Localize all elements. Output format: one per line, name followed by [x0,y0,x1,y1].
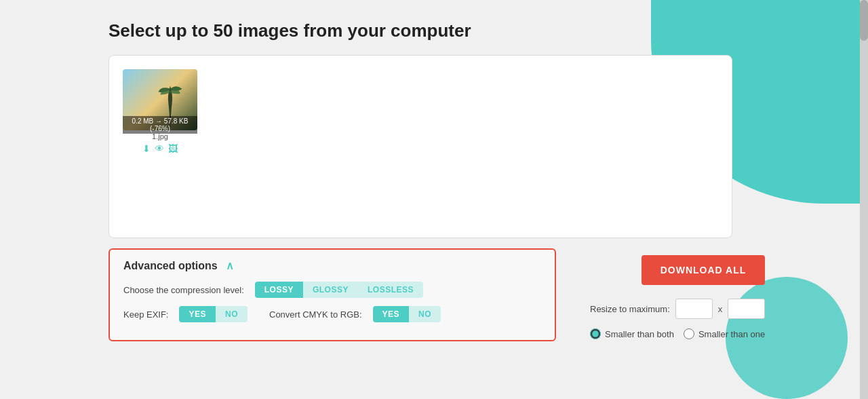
exif-cmyk-row: Keep EXIF: YES NO Convert CMYK to RGB: Y… [123,306,541,322]
chevron-up-icon[interactable]: ∧ [226,259,234,272]
exif-yes-btn[interactable]: YES [179,306,216,322]
resize-row: Resize to maximum: x [590,299,765,319]
exif-btn-group: YES NO [179,306,248,322]
compression-glossy-btn[interactable]: GLOSSY [303,282,358,298]
cmyk-no-btn[interactable]: NO [409,306,441,322]
smaller-both-group: Smaller than both [590,328,674,339]
resize-width-input[interactable] [675,299,713,319]
advanced-options-panel: Advanced options ∧ Choose the compressio… [108,248,556,341]
image-icon[interactable]: 🖼 [168,143,178,154]
eye-icon[interactable]: 👁 [155,143,164,154]
cmyk-yes-btn[interactable]: YES [373,306,410,322]
advanced-options-title: Advanced options [123,260,218,272]
smaller-one-group: Smaller than one [684,328,765,339]
scrollbar-thumb[interactable] [860,0,868,41]
resize-separator: x [718,304,723,314]
smaller-both-label: Smaller than both [605,329,674,339]
cmyk-btn-group: YES NO [373,306,441,322]
resize-height-input[interactable] [728,299,765,319]
exif-label: Keep EXIF: [123,309,168,320]
compression-lossless-btn[interactable]: LOSSLESS [358,282,423,298]
compression-label: Choose the compression level: [123,285,244,295]
compression-lossy-btn[interactable]: LOSSY [255,282,303,298]
smaller-both-radio[interactable] [590,328,601,339]
main-content: Select up to 50 images from your compute… [0,0,868,399]
resize-label: Resize to maximum: [590,304,670,314]
image-dropzone[interactable]: 0.2 MB → 57.8 KB (-76%) 1.jpg ⬇ 👁 🖼 [108,55,732,238]
download-all-button[interactable]: DOWNLOAD ALL [642,255,766,285]
download-icon[interactable]: ⬇ [142,143,151,154]
exif-no-btn[interactable]: NO [216,306,248,322]
image-size-info: 0.2 MB → 57.8 KB (-76%) [123,116,197,134]
advanced-options-header: Advanced options ∧ [123,259,541,272]
page-title: Select up to 50 images from your compute… [108,20,827,41]
image-item: 0.2 MB → 57.8 KB (-76%) 1.jpg ⬇ 👁 🖼 [123,69,197,154]
smaller-one-label: Smaller than one [698,329,765,339]
compression-row: Choose the compression level: LOSSY GLOS… [123,282,541,298]
scrollbar[interactable] [860,0,868,399]
smaller-one-radio[interactable] [684,328,694,339]
compression-btn-group: LOSSY GLOSSY LOSSLESS [255,282,423,298]
image-actions: ⬇ 👁 🖼 [123,143,197,154]
right-panel: DOWNLOAD ALL Resize to maximum: x Smalle… [583,255,765,339]
smaller-options-row: Smaller than both Smaller than one [590,328,765,339]
bottom-row: Advanced options ∧ Choose the compressio… [108,248,827,341]
cmyk-label: Convert CMYK to RGB: [269,309,362,320]
